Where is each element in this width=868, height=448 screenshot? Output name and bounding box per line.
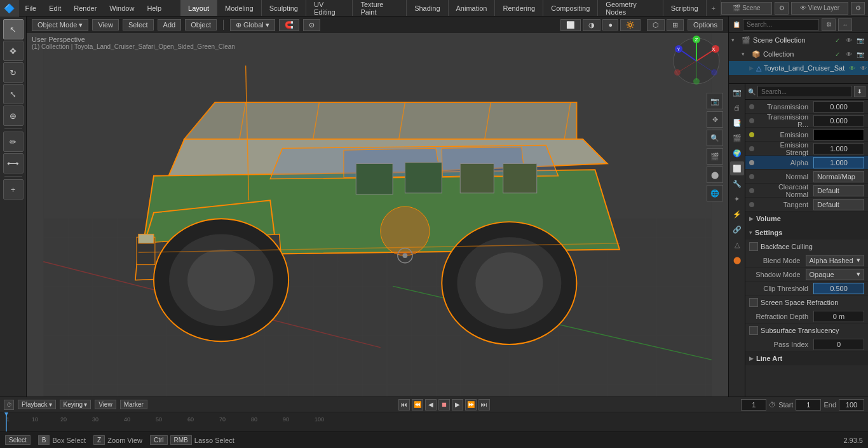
outliner-item-toyota[interactable]: ▶ △ Toyota_Land_Cruiser_Sat 👁 👁 📷	[729, 61, 868, 75]
jump-end-btn[interactable]: ⏭	[478, 399, 490, 411]
jump-start-btn[interactable]: ⏮	[398, 399, 410, 411]
props-world-icon[interactable]: 🌍	[730, 146, 744, 160]
refraction-depth-value[interactable]: 0 m	[813, 311, 864, 322]
tab-compositing[interactable]: Compositing	[543, 0, 598, 16]
object-mode-btn[interactable]: Object Mode ▾	[32, 19, 88, 31]
add-workspace-tab[interactable]: +	[707, 0, 721, 16]
normal-value[interactable]: Normal/Map	[813, 171, 864, 182]
props-output-icon[interactable]: 🖨	[730, 100, 744, 114]
shadow-mode-dropdown[interactable]: Opaque ▾	[806, 269, 865, 280]
clearcoat-normal-value[interactable]: Default	[813, 185, 864, 196]
menu-render[interactable]: Render	[67, 0, 103, 16]
scene-selector[interactable]: 🎬 Scene	[721, 2, 772, 15]
play-btn[interactable]: ▶	[452, 399, 463, 411]
tab-sculpting[interactable]: Sculpting	[262, 0, 306, 16]
play-reverse-btn[interactable]: ◀	[425, 399, 437, 411]
move-viewport-btn[interactable]: ✥	[707, 111, 723, 128]
viewport-gizmo-btn[interactable]: ⊞	[667, 19, 684, 31]
tab-uv-editing[interactable]: UV Editing	[306, 0, 353, 16]
tab-layout[interactable]: Layout	[180, 0, 217, 16]
scale-tool[interactable]: ⤡	[3, 84, 24, 104]
outliner-item-collection[interactable]: ▾ 📦 Collection ✓ 👁 📷	[739, 47, 868, 61]
screen-space-refraction-checkbox[interactable]	[749, 298, 758, 307]
world-icon-btn[interactable]: 🌐	[707, 185, 723, 201]
tab-animation[interactable]: Animation	[449, 0, 496, 16]
marker-btn[interactable]: Marker	[120, 400, 147, 409]
keying-menu-btn[interactable]: Keying ▾	[60, 400, 92, 409]
viewport-navigator[interactable]: X Y Z	[671, 36, 722, 86]
tab-geometry-nodes[interactable]: Geometry Nodes	[598, 0, 663, 16]
scene-collection-expand[interactable]: ▾	[731, 37, 739, 43]
props-search-filter-btn[interactable]: ⬇	[854, 86, 865, 97]
props-particles-icon[interactable]: ✦	[730, 192, 744, 206]
add-object-tool[interactable]: +	[3, 179, 24, 200]
add-menu-btn[interactable]: Add	[158, 19, 182, 31]
current-frame-input[interactable]	[741, 399, 766, 411]
outliner-sync-btn[interactable]: ↔	[838, 18, 852, 31]
move-tool[interactable]: ✥	[3, 41, 24, 61]
menu-edit[interactable]: Edit	[43, 0, 67, 16]
prev-frame-btn[interactable]: ⏪	[412, 399, 423, 411]
transform-pivot-btn[interactable]: ⊕ Global ▾	[230, 19, 275, 31]
transform-tool[interactable]: ⊕	[3, 105, 24, 126]
playback-menu-btn[interactable]: Playback ▾	[18, 400, 56, 409]
collection-visibility-btn[interactable]: 👁	[844, 49, 854, 59]
emission-color[interactable]	[813, 129, 864, 140]
backface-culling-checkbox[interactable]	[749, 242, 758, 251]
rotate-tool[interactable]: ↻	[3, 62, 24, 83]
props-material-icon[interactable]: ⬤	[730, 253, 744, 267]
collection-check-btn[interactable]: ✓	[832, 49, 843, 59]
props-object-icon[interactable]: ⬜	[730, 161, 744, 175]
props-render-icon[interactable]: 📷	[730, 85, 744, 99]
collection-render-btn[interactable]: 📷	[855, 49, 865, 59]
zoom-viewport-btn[interactable]: 🔍	[707, 130, 723, 146]
timeline-type-icon[interactable]: ⏱	[4, 400, 14, 410]
props-object-data-icon[interactable]: △	[730, 238, 744, 252]
timeline-view-btn[interactable]: View	[95, 400, 116, 409]
outliner-filter-btn[interactable]: ⚙	[822, 18, 836, 31]
alpha-value[interactable]: 1.000	[813, 157, 864, 168]
cursor-tool[interactable]: ↖	[3, 19, 24, 39]
end-frame-input[interactable]	[839, 399, 864, 411]
emission-strength-value[interactable]: 1.000	[813, 143, 864, 154]
pass-index-value[interactable]: 0	[813, 339, 864, 350]
snap-btn[interactable]: 🧲	[279, 19, 299, 31]
tab-modeling[interactable]: Modeling	[217, 0, 262, 16]
blend-mode-dropdown[interactable]: Alpha Hashed ▾	[806, 255, 865, 266]
viewport-shading-wire[interactable]: ⬜	[560, 19, 581, 31]
scene-collection-check-btn[interactable]: ✓	[832, 35, 843, 45]
volume-section-header[interactable]: ▶ Volume	[745, 212, 868, 226]
toyota-visibility-btn[interactable]: 👁	[847, 63, 857, 73]
outliner-search[interactable]	[743, 19, 819, 31]
settings-section-header[interactable]: ▾ Settings	[745, 226, 868, 240]
3d-viewport[interactable]: Object Mode ▾ View Select Add Object ⊕ G…	[27, 17, 728, 397]
transmission-value[interactable]: 0.000	[813, 101, 864, 112]
tab-scripting[interactable]: Scripting	[663, 0, 707, 16]
render-icon-btn[interactable]: ⬤	[707, 166, 723, 183]
collection-expand[interactable]: ▾	[742, 51, 749, 57]
menu-help[interactable]: Help	[140, 0, 168, 16]
tangent-value[interactable]: Default	[813, 199, 864, 210]
camera-icon-btn[interactable]: 🎬	[707, 148, 723, 165]
props-constraints-icon[interactable]: 🔗	[730, 222, 744, 236]
tab-shading[interactable]: Shading	[407, 0, 448, 16]
viewport-shading-render[interactable]: 🔆	[620, 19, 641, 31]
props-physics-icon[interactable]: ⚡	[730, 207, 744, 221]
props-modifier-icon[interactable]: 🔧	[730, 177, 744, 191]
transmission-r-value[interactable]: 0.000	[813, 115, 864, 126]
view-layer-icon[interactable]: ⚙	[851, 2, 865, 15]
props-search-input[interactable]	[757, 86, 852, 97]
viewport-overlay-btn[interactable]: ⬡	[647, 19, 665, 31]
props-view-layer-icon[interactable]: 📑	[730, 116, 744, 130]
tab-rendering[interactable]: Rendering	[495, 0, 543, 16]
proportional-edit-btn[interactable]: ⊙	[303, 19, 320, 31]
object-menu-btn[interactable]: Object	[185, 19, 217, 31]
stop-btn[interactable]: ⏹	[438, 399, 450, 411]
clip-threshold-value[interactable]: 0.500	[813, 283, 864, 294]
measure-tool[interactable]: ⟷	[3, 153, 24, 173]
toyota-render-eye-btn[interactable]: 👁	[858, 63, 868, 73]
start-frame-input[interactable]	[796, 399, 821, 411]
next-frame-btn[interactable]: ⏩	[465, 399, 477, 411]
viewport-shading-solid[interactable]: ◑	[583, 19, 600, 31]
props-scene-icon[interactable]: 🎬	[730, 131, 744, 145]
